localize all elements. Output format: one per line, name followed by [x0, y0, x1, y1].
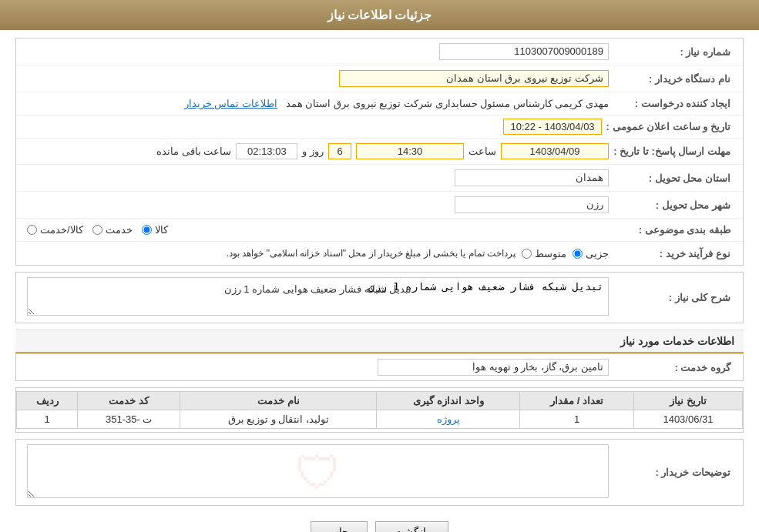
need-number-row: شماره نیاز : 1103007009000189 [16, 38, 743, 65]
day-label: روز و [302, 146, 324, 157]
process-value-cell: متوسط جزیی پرداخت تمام یا بخشی از مبلغ خ… [22, 246, 613, 261]
service-group-row: گروه خدمت : تامین برق، گاز، بخار و تهویه… [16, 354, 743, 380]
service-table-section: تاریخ نیاز تعداد / مقدار واحد اندازه گیر… [15, 387, 744, 433]
deadline-row: مهلت ارسال پاسخ: تا تاریخ : 1403/04/09 س… [16, 139, 743, 165]
city-value-cell: رزن [22, 195, 613, 215]
deadline-remaining: 02:13:03 [236, 143, 297, 159]
buyer-notes-row: توضیحات خریدار : 🛡 [16, 440, 743, 505]
buyer-notes-section: توضیحات خریدار : 🛡 [15, 439, 744, 506]
buyer-notes-label: توضیحات خریدار : [613, 467, 737, 478]
deadline-value-cell: 1403/04/09 ساعت 14:30 6 روز و 02:13:03 س… [22, 142, 613, 161]
announce-date-label: تاریخ و ساعت اعلان عمومی : [606, 121, 737, 132]
creator-link[interactable]: اطلاعات تماس خریدار [184, 98, 277, 109]
cell-service-name: تولید، انتقال و توزیع برق [180, 410, 377, 429]
process-motawaset-label: متوسط [535, 248, 566, 259]
page-header: جزئیات اطلاعات نیاز [0, 0, 759, 30]
creator-value-cell: مهدی کریمی کارشناس مسئول حسابداری شرکت ت… [22, 96, 613, 111]
process-note: پرداخت تمام یا بخشی از مبلغ خریدار از مح… [227, 248, 516, 259]
need-number-value-cell: 1103007009000189 [22, 42, 613, 62]
col-service-name: نام خدمت [180, 392, 377, 410]
category-khadamat-label: خدمت [106, 224, 133, 236]
buyer-name-label: نام دستگاه خریدار : [613, 73, 737, 85]
cell-date: 1403/06/31 [633, 410, 742, 429]
process-motawaset-radio[interactable] [522, 249, 532, 259]
creator-label: ایجاد کننده درخواست : [613, 98, 737, 109]
col-row-num: ردیف [17, 392, 78, 410]
cell-service-code: ت -35-351 [78, 410, 180, 429]
need-desc-row: شرح کلی نیاز : تبدیل شبکه فشار ضعیف هوای… [16, 273, 743, 323]
countdown-row: 1403/04/09 ساعت 14:30 6 روز و 02:13:03 س… [27, 143, 609, 159]
process-motawaset-item[interactable]: متوسط [522, 248, 566, 259]
category-kala-radio[interactable] [142, 225, 152, 235]
need-desc-section: شرح کلی نیاز : تبدیل شبکه فشار ضعیف هوای… [15, 272, 744, 323]
service-group-value: تامین برق، گاز، بخار و تهویه هوا [378, 359, 609, 376]
col-date: تاریخ نیاز [633, 392, 742, 410]
deadline-time: 14:30 [356, 143, 464, 159]
buyer-name-row: نام دستگاه خریدار : شرکت توزیع نیروی برق… [16, 65, 743, 92]
buyer-notes-container: 🛡 [27, 444, 609, 500]
table-header-row: تاریخ نیاز تعداد / مقدار واحد اندازه گیر… [17, 392, 743, 410]
col-service-code: کد خدمت [78, 392, 180, 410]
table-row: 1403/06/31 1 پروژه تولید، انتقال و توزیع… [17, 410, 743, 429]
category-radio-group: کالا/خدمت خدمت کالا [27, 224, 609, 236]
buyer-notes-value-cell: 🛡 [22, 443, 613, 502]
col-unit: واحد اندازه گیری [377, 392, 520, 410]
buyer-notes-textarea[interactable] [27, 444, 609, 498]
deadline-days: 6 [328, 143, 351, 159]
page-wrapper: جزئیات اطلاعات نیاز شماره نیاز : 1103007… [0, 0, 759, 532]
category-label: طبقه بندی موضوعی : [613, 224, 737, 236]
buyer-name-value: شرکت توزیع نیروی برق استان همدان [339, 70, 609, 87]
category-row: طبقه بندی موضوعی : کالا/خدمت خدمت کالا [16, 219, 743, 242]
cell-unit[interactable]: پروژه [377, 410, 520, 429]
cell-row-num: 1 [17, 410, 78, 429]
city-row: شهر محل تحویل : رزن [16, 192, 743, 219]
process-jozei-label: جزیی [586, 248, 609, 259]
category-kala-khadamat-label: کالا/خدمت [40, 224, 83, 236]
process-container: متوسط جزیی پرداخت تمام یا بخشی از مبلغ خ… [27, 248, 609, 259]
service-group-label: گروه خدمت : [613, 362, 737, 373]
button-row: بازگشت چاپ [15, 512, 744, 532]
creator-row: ایجاد کننده درخواست : مهدی کریمی کارشناس… [16, 92, 743, 115]
province-value: همدان [455, 169, 609, 186]
category-khadamat-item[interactable]: خدمت [92, 224, 133, 236]
content-area: شماره نیاز : 1103007009000189 نام دستگاه… [0, 30, 759, 532]
city-value: رزن [455, 196, 609, 213]
service-group-value-cell: تامین برق، گاز، بخار و تهویه هوا [22, 357, 613, 377]
service-table-body: 1403/06/31 1 پروژه تولید، انتقال و توزیع… [17, 410, 743, 429]
category-value-cell: کالا/خدمت خدمت کالا [22, 223, 613, 237]
category-kala-khadamat-item[interactable]: کالا/خدمت [27, 224, 83, 236]
remaining-label: ساعت باقی مانده [156, 146, 231, 157]
process-jozei-item[interactable]: جزیی [573, 248, 609, 259]
announce-date-value-cell: 1403/04/03 - 10:22 [22, 119, 606, 134]
need-desc-textarea[interactable] [27, 277, 609, 316]
need-number-value: 1103007009000189 [439, 43, 609, 60]
deadline-label: مهلت ارسال پاسخ: تا تاریخ : [613, 146, 737, 157]
need-desc-label: شرح کلی نیاز : [613, 292, 737, 303]
cell-quantity: 1 [520, 410, 634, 429]
print-button[interactable]: چاپ [311, 521, 368, 532]
process-jozei-radio[interactable] [573, 249, 583, 259]
service-info-title: اطلاعات خدمات مورد نیاز [15, 330, 744, 353]
category-khadamat-radio[interactable] [92, 225, 102, 235]
process-radio-group: متوسط جزیی [522, 248, 609, 259]
category-kala-khadamat-radio[interactable] [27, 225, 37, 235]
need-desc-container: تبدیل شبکه فشار ضعیف هوایی شماره 1 رزن [27, 277, 609, 318]
back-button[interactable]: بازگشت [375, 521, 448, 532]
col-quantity: تعداد / مقدار [520, 392, 634, 410]
province-row: استان محل تحویل : همدان [16, 165, 743, 192]
page-title: جزئیات اطلاعات نیاز [327, 8, 432, 22]
province-label: استان محل تحویل : [613, 172, 737, 184]
service-table: تاریخ نیاز تعداد / مقدار واحد اندازه گیر… [16, 391, 743, 429]
main-info-section: شماره نیاز : 1103007009000189 نام دستگاه… [15, 38, 744, 266]
hour-label: ساعت [468, 146, 496, 157]
creator-value: مهدی کریمی کارشناس مسئول حسابداری شرکت ت… [286, 98, 609, 109]
category-kala-label: کالا [155, 224, 168, 236]
province-value-cell: همدان [22, 168, 613, 188]
need-number-label: شماره نیاز : [613, 46, 737, 58]
process-label: نوع فرآیند خرید : [613, 248, 737, 259]
announce-date-row: تاریخ و ساعت اعلان عمومی : 1403/04/03 - … [16, 115, 743, 139]
city-label: شهر محل تحویل : [613, 199, 737, 211]
category-kala-item[interactable]: کالا [142, 224, 168, 236]
buyer-name-value-cell: شرکت توزیع نیروی برق استان همدان [22, 69, 613, 89]
deadline-date: 1403/04/09 [501, 143, 609, 159]
